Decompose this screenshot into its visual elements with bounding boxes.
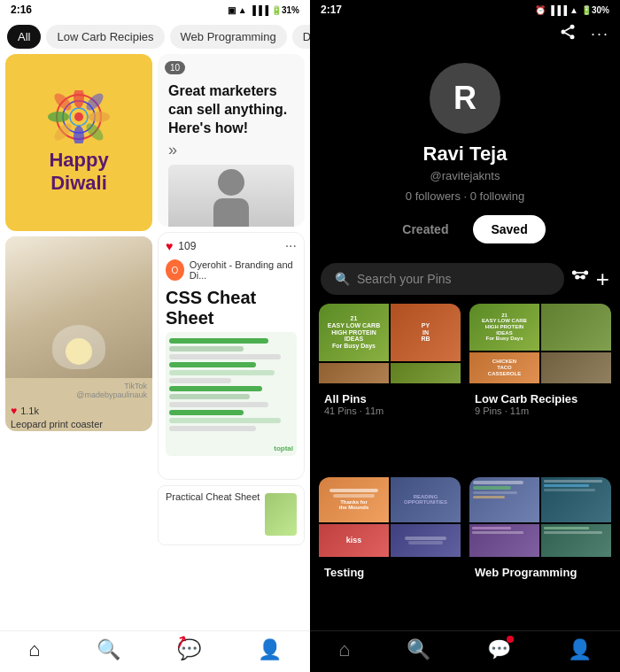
filter-icon[interactable]: [571, 268, 589, 290]
svg-point-9: [83, 90, 105, 112]
signal-icon: ▐▐▐: [250, 5, 268, 15]
nav-message-right[interactable]: 💬: [487, 638, 511, 661]
pin-css[interactable]: ♥ 109 ··· O Oyerohit - Branding and Di..…: [158, 232, 305, 480]
svg-point-12: [218, 169, 244, 196]
time-left: 2:16: [11, 4, 32, 16]
svg-point-25: [581, 275, 584, 278]
mandala-decoration: [39, 90, 119, 143]
profile-avatar: R: [430, 63, 500, 134]
tab-all[interactable]: All: [7, 25, 41, 49]
alarm-icon: ⏰: [535, 5, 546, 15]
svg-point-22: [572, 271, 575, 274]
pin-marketer[interactable]: 10 Great marketerscan sell anything.Here…: [158, 54, 305, 227]
svg-point-4: [74, 90, 84, 108]
svg-point-10: [51, 120, 74, 143]
add-board-button[interactable]: +: [596, 266, 609, 293]
status-icons-left: ▣ ▲ ▐▐▐ 🔋31%: [228, 5, 299, 15]
nav-home-left[interactable]: ⌂: [28, 638, 40, 661]
board-testing-name: Testing: [321, 560, 459, 579]
board-web-programming-images: [469, 477, 611, 557]
board-all-pins-info: All Pins 41 Pins · 11m: [319, 383, 461, 420]
search-bar[interactable]: 🔍 Search your Pins: [321, 263, 564, 295]
chevron-icon: »: [168, 141, 294, 159]
likes-icon: ♥: [11, 405, 17, 417]
css-author-name: Oyerohit - Branding and Di...: [190, 259, 297, 281]
pins-grid: HappyDiwali TikTok@madebypaulinauk ♥ 1.1…: [0, 54, 310, 630]
marketer-image: [168, 165, 294, 227]
search-row: 🔍 Search your Pins +: [310, 254, 620, 304]
board-low-carb-images: 21EASY LOW CARBHIGH PROTEINIDEASFor Busy…: [469, 304, 611, 383]
diwali-title: HappyDiwali: [49, 149, 108, 196]
nav-profile-left[interactable]: 👤: [258, 638, 282, 661]
practical-thumb: [265, 493, 297, 536]
boards-grid: 21EASY LOW CARBHIGH PROTEINIDEASFor Busy…: [310, 304, 620, 630]
svg-point-11: [83, 120, 105, 143]
wifi-icon-r: ▲: [570, 5, 578, 15]
pin-practical[interactable]: Practical Cheat Sheet ···: [158, 485, 305, 545]
board-low-carb-count: 9 Pins · 11m: [471, 406, 609, 416]
board-low-carb-info: Low Carb Recipies 9 Pins · 11m: [469, 383, 611, 420]
signal-icon-r: ▐▐▐: [548, 5, 567, 15]
search-placeholder: Search your Pins: [357, 272, 452, 286]
svg-point-23: [585, 271, 587, 274]
board-testing[interactable]: Thanks forthe Mounds READINGOPPORTUNITIE…: [319, 477, 461, 631]
leopard-title: Leopard print coaster: [5, 419, 152, 431]
css-author-avatar: O: [166, 259, 184, 281]
likes-count: 1.1k: [20, 406, 39, 416]
svg-point-3: [74, 112, 83, 121]
svg-point-7: [89, 112, 110, 122]
board-all-pins-name: All Pins: [321, 387, 459, 406]
share-icon[interactable]: [559, 23, 577, 45]
css-heart-icon: ♥: [166, 239, 173, 253]
search-icon-right: 🔍: [335, 272, 350, 286]
svg-line-17: [565, 33, 570, 35]
status-icons-right: ⏰ ▐▐▐ ▲ 🔋30%: [535, 5, 609, 15]
profile-tabs: Created Saved: [384, 215, 545, 243]
tab-diy[interactable]: DIY Pins: [292, 25, 310, 49]
svg-point-6: [48, 112, 69, 122]
svg-point-15: [561, 30, 565, 35]
tab-low-carb[interactable]: Low Carb Recipies: [46, 25, 164, 49]
profile-header: ···: [310, 19, 620, 49]
bottom-nav-left: ⌂ 🔍 💬 ↗ 👤: [0, 630, 310, 672]
notification-dot: [507, 636, 514, 643]
toptal-badge: toptal: [274, 444, 293, 452]
tab-created[interactable]: Created: [384, 215, 466, 243]
css-more-icon[interactable]: ···: [285, 238, 297, 254]
nav-profile-right[interactable]: 👤: [568, 638, 592, 661]
left-panel: 2:16 ▣ ▲ ▐▐▐ 🔋31% All Low Carb Recipies …: [0, 0, 310, 672]
profile-section: R Ravi Teja @ravitejaknts 0 followers · …: [310, 49, 620, 254]
pin-leopard[interactable]: TikTok@madebypaulinauk ♥ 1.1k Leopard pr…: [5, 236, 152, 431]
status-bar-left: 2:16 ▣ ▲ ▐▐▐ 🔋31%: [0, 0, 310, 19]
nav-message-left[interactable]: 💬 ↗: [177, 638, 201, 661]
board-all-pins[interactable]: 21EASY LOW CARBHIGH PROTEINIDEASFor Busy…: [319, 304, 461, 468]
category-tabs: All Low Carb Recipies Web Programming DI…: [0, 19, 310, 54]
nav-home-right[interactable]: ⌂: [338, 638, 350, 661]
board-all-pins-images: 21EASY LOW CARBHIGH PROTEINIDEASFor Busy…: [319, 304, 461, 383]
marketer-badge: 10: [165, 61, 185, 74]
css-title: CSS Cheat Sheet: [159, 284, 304, 332]
more-icon-right[interactable]: ···: [591, 25, 609, 43]
svg-point-16: [570, 35, 574, 39]
svg-rect-13: [213, 198, 249, 227]
person-svg: [196, 165, 267, 227]
tab-web-programming[interactable]: Web Programming: [170, 25, 287, 49]
pin-diwali[interactable]: HappyDiwali: [5, 54, 152, 231]
nav-search-right[interactable]: 🔍: [407, 638, 430, 661]
nav-search-left[interactable]: 🔍: [97, 638, 120, 661]
board-testing-images: Thanks forthe Mounds READINGOPPORTUNITIE…: [319, 477, 461, 557]
bottom-nav-right: ⌂ 🔍 💬 👤: [310, 630, 620, 672]
board-web-programming-info: Web Programming: [469, 557, 611, 583]
board-testing-info: Testing: [319, 557, 461, 583]
right-panel: 2:17 ⏰ ▐▐▐ ▲ 🔋30% ··· R Ravi Teja @ravit…: [310, 0, 620, 672]
tab-saved[interactable]: Saved: [473, 215, 545, 243]
battery-icon-r: 🔋30%: [581, 5, 609, 15]
svg-point-14: [570, 25, 574, 29]
svg-point-8: [51, 90, 74, 112]
status-bar-right: 2:17 ⏰ ▐▐▐ ▲ 🔋30%: [310, 0, 620, 19]
svg-point-24: [576, 275, 578, 278]
board-low-carb[interactable]: 21EASY LOW CARBHIGH PROTEINIDEASFor Busy…: [469, 304, 611, 468]
battery-icon: 🔋31%: [271, 5, 299, 15]
board-web-programming[interactable]: Web Programming: [469, 477, 611, 631]
sim-icon: ▣: [228, 5, 236, 15]
